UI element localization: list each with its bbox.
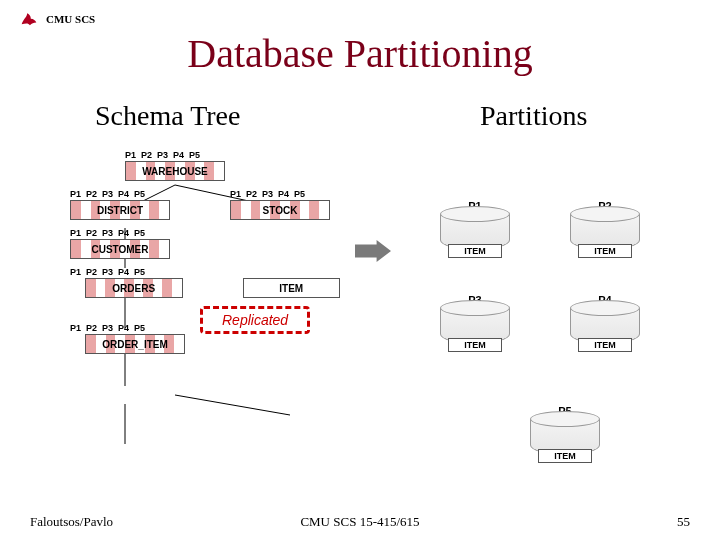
partition-labels: P1 P2 P3 P4 P5: [70, 189, 170, 199]
p-label: P5: [134, 228, 145, 238]
org-label: CMU SCS: [46, 13, 95, 25]
node-label: ORDER_ITEM: [102, 339, 168, 350]
p-label: P4: [118, 189, 129, 199]
node-label: CUSTOMER: [91, 244, 148, 255]
p-label: P2: [86, 323, 97, 333]
partition-labels: P1 P2 P3 P4 P5: [70, 323, 145, 333]
org-header: CMU SCS: [18, 6, 95, 32]
partition-p5: P5 ITEM: [530, 405, 600, 463]
p-label: P5: [134, 267, 145, 277]
item-pill: ITEM: [448, 338, 502, 352]
p-label: P5: [189, 150, 200, 160]
p-label: P5: [134, 189, 145, 199]
p-label: P2: [86, 189, 97, 199]
node-label: ORDERS: [112, 283, 155, 294]
partition-labels: P1 P2 P3 P4 P5: [230, 189, 330, 199]
p-label: P3: [157, 150, 168, 160]
p-label: P4: [118, 267, 129, 277]
node-customer: P1 P2 P3 P4 P5 CUSTOMER: [70, 228, 340, 259]
replicated-box: Replicated: [200, 306, 310, 334]
subtitle-schema-tree: Schema Tree: [95, 100, 240, 132]
p-label: P2: [86, 267, 97, 277]
schema-tree: P1 P2 P3 P4 P5 WAREHOUSE P1 P2 P3 P4 P5 …: [70, 150, 340, 362]
arrow-icon: [355, 240, 391, 262]
p-label: P3: [102, 267, 113, 277]
p-label: P1: [70, 189, 81, 199]
node-orders: ORDERS: [85, 278, 183, 298]
node-stock: P1 P2 P3 P4 P5 STOCK: [230, 189, 330, 220]
p-label: P2: [246, 189, 257, 199]
p-label: P1: [70, 323, 81, 333]
node-label: ITEM: [279, 283, 303, 294]
p-label: P4: [118, 323, 129, 333]
partition-p4: P4 ITEM: [540, 294, 670, 352]
node-warehouse: P1 P2 P3 P4 P5 WAREHOUSE: [125, 150, 340, 181]
plabels-orders: P1 P2 P3 P4 P5 ORDERS ITEM: [70, 267, 340, 298]
griffin-icon: [18, 6, 40, 32]
slide-footer: Faloutsos/Pavlo CMU SCS 15-415/615 55: [0, 514, 720, 530]
svg-line-5: [175, 395, 290, 415]
partition-labels: P1 P2 P3 P4 P5: [125, 150, 340, 160]
p-label: P5: [134, 323, 145, 333]
p-label: P1: [70, 228, 81, 238]
item-pill: ITEM: [578, 244, 632, 258]
partition-labels: P1 P2 P3 P4 P5: [70, 228, 340, 238]
p-label: P3: [102, 228, 113, 238]
partition-p2: P2 ITEM: [540, 200, 670, 258]
slide-title: Database Partitioning: [0, 30, 720, 77]
partition-p3: P3 ITEM: [410, 294, 540, 352]
node-label: STOCK: [263, 205, 298, 216]
p-label: P4: [118, 228, 129, 238]
p-label: P3: [102, 189, 113, 199]
subtitle-partitions: Partitions: [480, 100, 587, 132]
p-label: P3: [102, 323, 113, 333]
p-label: P1: [70, 267, 81, 277]
node-label: WAREHOUSE: [142, 166, 208, 177]
node-label: DISTRICT: [97, 205, 143, 216]
item-pill: ITEM: [538, 449, 592, 463]
p-label: P1: [125, 150, 136, 160]
replicated-label: Replicated: [222, 312, 288, 328]
partition-p1: P1 ITEM: [410, 200, 540, 258]
partitions-grid: P1 ITEM P2 ITEM P3 ITEM P4 ITEM: [410, 200, 670, 352]
p-label: P5: [294, 189, 305, 199]
p-label: P2: [86, 228, 97, 238]
p-label: P4: [278, 189, 289, 199]
p-label: P2: [141, 150, 152, 160]
p-label: P4: [173, 150, 184, 160]
partition-labels: P1 P2 P3 P4 P5: [70, 267, 340, 277]
node-item: ITEM: [243, 278, 341, 298]
p-label: P1: [230, 189, 241, 199]
p-label: P3: [262, 189, 273, 199]
node-district: P1 P2 P3 P4 P5 DISTRICT: [70, 189, 170, 220]
item-pill: ITEM: [448, 244, 502, 258]
node-order-item: ORDER_ITEM: [85, 334, 185, 354]
item-pill: ITEM: [578, 338, 632, 352]
footer-center: CMU SCS 15-415/615: [0, 514, 720, 530]
